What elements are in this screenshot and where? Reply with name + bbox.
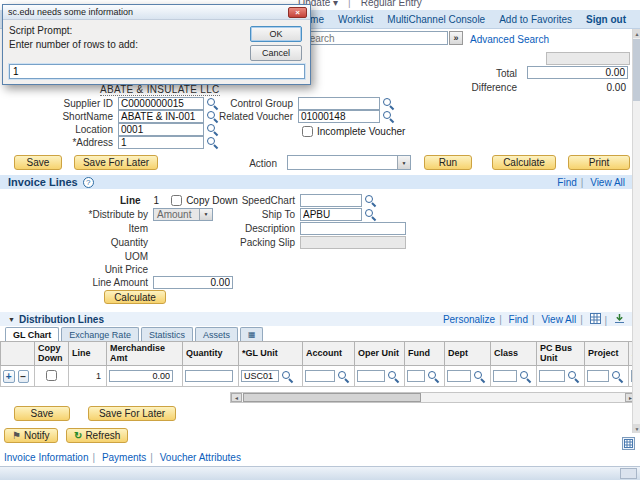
- pc-bus-unit-input[interactable]: [539, 370, 565, 382]
- close-icon[interactable]: ×: [288, 7, 307, 18]
- help-icon[interactable]: ?: [83, 177, 94, 188]
- refresh-button[interactable]: ↻Refresh: [66, 428, 128, 443]
- speedchart-input[interactable]: [300, 194, 362, 207]
- script-prompt-dialog: sc.edu needs some information × Script P…: [2, 4, 311, 85]
- control-group-lookup-icon[interactable]: [382, 97, 394, 109]
- calculate-button[interactable]: Calculate: [492, 155, 556, 170]
- distribution-tabs: GL Chart Exchange Rate Statistics Assets…: [5, 327, 265, 341]
- project-input[interactable]: [587, 370, 609, 382]
- total-input[interactable]: [527, 66, 628, 79]
- account-input[interactable]: [305, 370, 335, 382]
- nav-multichannel-console[interactable]: MultiChannel Console: [387, 14, 485, 25]
- speedchart-lookup-icon[interactable]: [364, 194, 376, 206]
- bottom-scrollbar[interactable]: [0, 466, 640, 480]
- dist-view-all-link[interactable]: View All: [541, 314, 586, 325]
- grid-horizontal-scrollbar[interactable]: ◄ ►: [230, 392, 637, 403]
- scroll-up-icon[interactable]: ▲: [633, 29, 640, 38]
- ok-button[interactable]: OK: [250, 26, 302, 42]
- voucher-attributes-link[interactable]: Voucher Attributes: [160, 452, 241, 463]
- related-voucher-lookup-icon[interactable]: [382, 110, 394, 122]
- zoom-grid-icon[interactable]: [590, 313, 612, 326]
- fund-input[interactable]: [407, 370, 425, 382]
- tab-statistics[interactable]: Statistics: [141, 327, 193, 341]
- rows-to-add-input[interactable]: [9, 64, 305, 79]
- add-row-button[interactable]: +: [3, 370, 15, 383]
- search-input[interactable]: [300, 31, 448, 45]
- class-input[interactable]: [493, 370, 517, 382]
- show-all-columns-tab[interactable]: ▦: [240, 327, 264, 341]
- nav-add-to-favorites[interactable]: Add to Favorites: [499, 14, 572, 25]
- dept-input[interactable]: [447, 370, 471, 382]
- delete-row-button[interactable]: −: [18, 370, 30, 383]
- page: Update ▾|Regular Entry Home Worklist Mul…: [0, 0, 640, 480]
- scroll-left-icon[interactable]: ◄: [231, 393, 242, 402]
- related-voucher-input[interactable]: [298, 110, 380, 123]
- merchandise-amt-input[interactable]: [109, 370, 173, 382]
- supplier-name-link[interactable]: ABATE & INSULATE LLC: [100, 84, 220, 96]
- nav-worklist[interactable]: Worklist: [338, 14, 373, 25]
- class-lookup-icon[interactable]: [519, 370, 531, 382]
- run-button[interactable]: Run: [424, 155, 472, 170]
- fund-lookup-icon[interactable]: [427, 370, 439, 382]
- payments-link[interactable]: Payments: [102, 452, 157, 463]
- search-go-button[interactable]: »: [449, 31, 463, 45]
- col-gl-unit: *GL Unit: [239, 342, 303, 366]
- save-button[interactable]: Save: [14, 155, 62, 170]
- ship-to-label: Ship To: [230, 209, 300, 220]
- gl-unit-lookup-icon[interactable]: [281, 370, 293, 382]
- breadcrumb-separator: |: [348, 0, 351, 8]
- dist-quantity-input[interactable]: [185, 370, 233, 382]
- dist-find-link[interactable]: Find: [509, 314, 539, 325]
- scroll-down-icon[interactable]: ▼: [633, 424, 640, 433]
- grid-actions-header: [1, 342, 35, 366]
- vertical-scrollbar[interactable]: ▲ ▼: [632, 29, 640, 433]
- oper-unit-input[interactable]: [357, 370, 385, 382]
- control-group-input[interactable]: [298, 97, 380, 110]
- invoice-find-link[interactable]: Find: [557, 177, 587, 188]
- invoice-information-link[interactable]: Invoice Information: [4, 452, 99, 463]
- ship-to-input[interactable]: [300, 208, 362, 221]
- copy-down-checkbox[interactable]: [171, 195, 182, 206]
- description-input[interactable]: [300, 222, 406, 235]
- save-for-later-button[interactable]: Save For Later: [74, 155, 158, 170]
- dept-lookup-icon[interactable]: [473, 370, 485, 382]
- location-label: Location: [4, 124, 118, 135]
- cancel-button[interactable]: Cancel: [250, 45, 302, 61]
- ship-to-lookup-icon[interactable]: [364, 208, 376, 220]
- advanced-search-link[interactable]: Advanced Search: [470, 34, 549, 45]
- notify-button[interactable]: ⚑Notify: [4, 428, 58, 443]
- footer-save-button[interactable]: Save: [14, 406, 70, 421]
- action-select[interactable]: ▼: [287, 155, 411, 170]
- vertical-scrollbar-thumb[interactable]: [633, 39, 640, 101]
- address-input[interactable]: [118, 136, 204, 149]
- uom-row: UOM: [40, 249, 153, 263]
- invoice-view-all-link[interactable]: View All: [590, 177, 625, 188]
- oper-unit-lookup-icon[interactable]: [387, 370, 399, 382]
- scrollbar-thumb[interactable]: [243, 393, 421, 402]
- personalize-link[interactable]: Personalize: [443, 314, 506, 325]
- collapse-icon[interactable]: ▼: [8, 316, 15, 323]
- refresh-icon: ↻: [74, 430, 82, 441]
- packing-slip-label: Packing Slip: [230, 237, 300, 248]
- footer-save-for-later-button[interactable]: Save For Later: [88, 406, 176, 421]
- nav-sign-out[interactable]: Sign out: [586, 14, 626, 25]
- line-calculate-button[interactable]: Calculate: [104, 290, 166, 304]
- grid-icon-button[interactable]: [622, 437, 635, 450]
- address-lookup-icon[interactable]: [206, 136, 218, 148]
- print-button[interactable]: Print: [568, 155, 630, 170]
- col-oper-unit: Oper Unit: [355, 342, 405, 366]
- tab-exchange-rate[interactable]: Exchange Rate: [61, 327, 139, 341]
- gl-unit-input[interactable]: [241, 370, 279, 382]
- location-lookup-icon[interactable]: [206, 123, 218, 135]
- tab-assets[interactable]: Assets: [195, 327, 238, 341]
- tab-gl-chart[interactable]: GL Chart: [5, 327, 59, 341]
- pc-bus-unit-lookup-icon[interactable]: [567, 370, 579, 382]
- dialog-titlebar[interactable]: sc.edu needs some information ×: [3, 5, 310, 20]
- download-icon[interactable]: [614, 313, 625, 326]
- incomplete-voucher-checkbox[interactable]: [302, 126, 313, 137]
- location-input[interactable]: [118, 123, 204, 136]
- project-lookup-icon[interactable]: [611, 370, 623, 382]
- line-amount-input[interactable]: [153, 276, 233, 289]
- account-lookup-icon[interactable]: [337, 370, 349, 382]
- dist-copy-down-checkbox[interactable]: [46, 370, 57, 381]
